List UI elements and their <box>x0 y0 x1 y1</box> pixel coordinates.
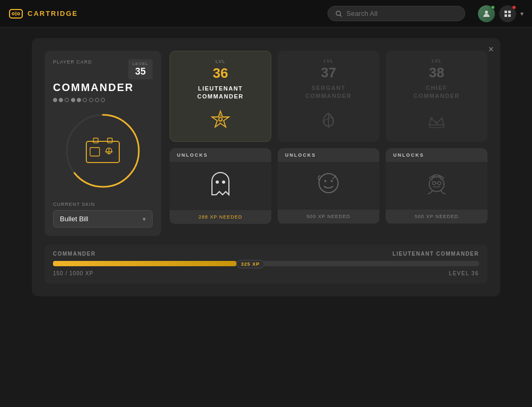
svg-rect-9 <box>504 14 507 17</box>
svg-rect-13 <box>86 141 119 162</box>
rank-dot-row-2 <box>71 98 87 102</box>
grid-icon <box>504 10 511 17</box>
modal-area: × PLAYER CARD LEVEL 35 COMMANDER <box>32 38 500 296</box>
level-badge: LEVEL 35 <box>128 59 153 79</box>
progress-xp-bubble: 325 XP <box>236 260 265 268</box>
player-card-title: COMMANDER <box>53 82 153 94</box>
rank-title-3: CHIEF COMMANDER <box>413 84 459 101</box>
svg-rect-8 <box>508 11 511 13</box>
rank-card-sergant[interactable]: LVL 37 SERGANT COMMANDER <box>278 51 379 142</box>
svg-point-28 <box>222 180 225 184</box>
logo-area: CARTRIDGE <box>8 6 78 21</box>
unlock-body-2 <box>278 162 379 210</box>
unlock-xp-2: 500 XP NEEDED <box>278 210 379 223</box>
lieutenant-star-icon <box>207 106 234 134</box>
svg-point-21 <box>219 117 222 121</box>
avatar-button[interactable] <box>478 5 495 22</box>
svg-point-36 <box>438 182 441 185</box>
rank-dot <box>101 98 105 102</box>
rank-lvl-label-1: LVL <box>216 59 225 64</box>
svg-point-35 <box>432 182 436 185</box>
progress-level: LEVEL 36 <box>449 270 479 276</box>
unlock-body-1 <box>170 162 271 210</box>
unlock-card-3: UNLOCKS <box>386 148 487 224</box>
logo-icon <box>8 6 23 21</box>
svg-point-30 <box>324 180 326 182</box>
player-card-label: PLAYER CARD <box>53 59 92 65</box>
unlock-header-2: UNLOCKS <box>278 148 379 162</box>
level-badge-num: 35 <box>132 66 148 77</box>
rank-dot <box>71 98 75 102</box>
unlock-xp-1: 288 XP NEEDED <box>170 210 271 224</box>
card-icon-area <box>82 130 124 172</box>
unlock-body-3 <box>386 162 487 210</box>
modal-inner: PLAYER CARD LEVEL 35 COMMANDER <box>45 51 487 236</box>
rank-dot <box>77 98 81 102</box>
close-button[interactable]: × <box>488 44 494 54</box>
svg-rect-7 <box>504 11 507 13</box>
ghost-icon <box>208 169 233 203</box>
ranks-area: LVL 36 LIEUTENANT COMMANDER <box>170 51 487 224</box>
svg-rect-16 <box>90 148 100 156</box>
progress-bottom: 150 / 1000 XP LEVEL 36 <box>53 270 479 276</box>
svg-point-6 <box>485 11 488 14</box>
skin-select[interactable]: Bullet Bill ▾ <box>53 210 153 228</box>
skin-label: CURRENT SKIN <box>53 202 153 207</box>
grid-button[interactable] <box>499 5 516 22</box>
progress-labels: COMMANDER LIEUTENANT COMMANDER <box>53 251 479 257</box>
search-bar[interactable] <box>327 6 465 21</box>
unlock-card-2: UNLOCKS <box>278 148 379 224</box>
svg-line-5 <box>340 15 342 16</box>
face-icon <box>316 170 341 201</box>
top-nav: CARTRIDGE ▾ <box>0 0 532 28</box>
rank-dot-row-3 <box>89 98 105 102</box>
search-input[interactable] <box>347 10 457 17</box>
grid-alert-dot <box>512 5 516 10</box>
rank-lvl-num-1: 36 <box>213 65 228 82</box>
rank-card-chief[interactable]: LVL 38 CHIEF COMMANDER <box>386 51 487 142</box>
rank-dot <box>83 98 87 102</box>
progress-track: 325 XP <box>53 261 479 266</box>
svg-point-1 <box>12 13 14 15</box>
svg-point-34 <box>429 177 444 192</box>
rank-dot <box>89 98 93 102</box>
skin-chevron-icon: ▾ <box>143 215 146 223</box>
player-card: PLAYER CARD LEVEL 35 COMMANDER <box>45 51 161 236</box>
search-icon <box>335 10 342 17</box>
monster-icon <box>424 170 449 201</box>
skin-select-value: Bullet Bill <box>60 215 143 223</box>
sergant-leaf-icon <box>315 107 342 134</box>
card-visual <box>53 108 153 193</box>
chief-crown-icon <box>423 107 450 134</box>
rank-dot <box>59 98 63 102</box>
progress-fill <box>53 261 236 266</box>
svg-rect-15 <box>108 138 112 143</box>
svg-rect-10 <box>508 14 511 17</box>
level-badge-label: LEVEL <box>132 61 148 66</box>
rank-lvl-label-2: LVL <box>324 58 333 64</box>
progress-label-left: COMMANDER <box>53 251 96 257</box>
logo-text: CARTRIDGE <box>28 10 78 17</box>
rank-dot-row-1 <box>53 98 69 102</box>
svg-point-2 <box>17 13 20 15</box>
unlock-card-1: UNLOCKS 288 XP NEEDED <box>170 148 271 224</box>
rank-lvl-num-2: 37 <box>321 65 336 81</box>
rank-lvl-label-3: LVL <box>432 58 441 64</box>
svg-point-27 <box>216 180 219 184</box>
chevron-down-icon[interactable]: ▾ <box>520 10 524 17</box>
ranks-top-row: LVL 36 LIEUTENANT COMMANDER <box>170 51 487 142</box>
svg-line-32 <box>320 175 324 178</box>
rank-title-1: LIEUTENANT COMMANDER <box>197 85 243 101</box>
avatar-online-dot <box>491 5 495 10</box>
svg-point-31 <box>331 180 333 182</box>
rank-dot <box>95 98 99 102</box>
rank-card-lieutenant[interactable]: LVL 36 LIEUTENANT COMMANDER <box>170 51 271 142</box>
progress-label-right: LIEUTENANT COMMANDER <box>393 251 479 257</box>
nav-actions: ▾ <box>478 5 524 22</box>
rank-dots <box>53 98 153 102</box>
progress-xp-current: 150 / 1000 XP <box>53 270 93 276</box>
rank-title-2: SERGANT COMMANDER <box>305 84 351 101</box>
avatar-icon <box>482 10 491 18</box>
unlock-xp-3: 500 XP NEEDED <box>386 210 487 223</box>
unlock-header-3: UNLOCKS <box>386 148 487 162</box>
